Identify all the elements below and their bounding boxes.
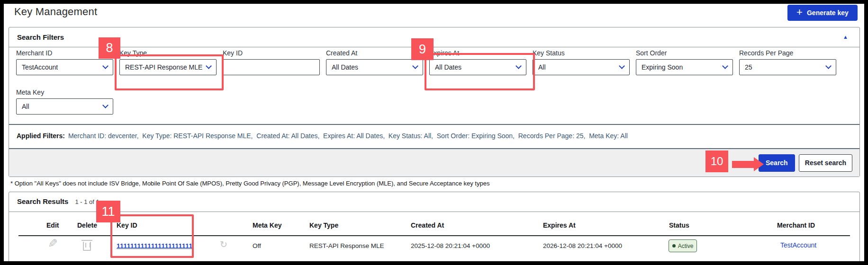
cell-meta-key: Off — [253, 242, 261, 249]
annotation-badge-10: 10 — [705, 150, 728, 172]
records-per-page-select[interactable]: 25 — [739, 59, 836, 75]
generate-key-label: Generate key — [807, 9, 849, 17]
key-status-value: All — [538, 63, 546, 71]
filter-sort-order: Sort Order Expiring Soon — [636, 49, 733, 75]
col-header-merchant-id: Merchant ID — [777, 221, 815, 229]
search-filters-header: Search Filters ▲ — [9, 27, 859, 47]
meta-key-select[interactable]: All — [16, 98, 113, 115]
col-header-expires-at: Expires At — [543, 221, 576, 229]
applied-filters-text: Merchant ID: devcenter, Key Type: REST-A… — [68, 132, 628, 140]
chevron-down-icon — [412, 63, 418, 69]
chevron-down-icon — [825, 63, 832, 69]
reset-search-button[interactable]: Reset search — [799, 154, 852, 172]
key-type-select[interactable]: REST-API Response MLE — [119, 59, 217, 75]
filter-key-status: Key Status All — [533, 49, 630, 75]
annotation-badge-8: 8 — [99, 37, 120, 59]
cell-key-type: REST-API Response MLE — [309, 242, 384, 249]
all-keys-footnote: * Option "All Keys" does not include ISV… — [10, 180, 489, 187]
merchant-id-link[interactable]: TestAccount — [780, 241, 816, 249]
delete-trash-icon[interactable] — [83, 242, 91, 251]
search-results-title: Search Results — [17, 197, 68, 205]
page-title: Key Management — [14, 6, 97, 18]
generate-key-button[interactable]: + Generate key — [787, 5, 858, 21]
key-status-label: Key Status — [533, 49, 630, 57]
status-text: Active — [678, 243, 694, 249]
merchant-id-select[interactable]: TestAccount — [16, 59, 113, 75]
chevron-down-icon — [722, 63, 728, 69]
table-header-rule — [18, 235, 850, 236]
cell-expires-at: 2026-12-08 20:21:04 +0000 — [543, 242, 622, 249]
col-header-status: Status — [669, 221, 689, 229]
key-status-select[interactable]: All — [533, 59, 630, 75]
col-header-created-at: Created At — [411, 221, 444, 229]
status-badge: Active — [669, 239, 697, 252]
filter-created-at: Created At All Dates — [326, 49, 423, 75]
annotation-badge-11: 11 — [96, 201, 120, 222]
meta-key-label: Meta Key — [16, 88, 113, 97]
expires-at-value: All Dates — [435, 63, 461, 71]
expires-at-select[interactable]: All Dates — [429, 59, 526, 75]
chevron-down-icon — [515, 63, 522, 69]
records-per-page-value: 25 — [745, 63, 752, 71]
key-id-link[interactable]: 1111111111111111111111 — [117, 242, 193, 249]
search-results-header: Search Results 1 - 1 of 1 s — [9, 192, 859, 212]
search-results-panel: Search Results 1 - 1 of 1 s Edit Delete … — [9, 192, 860, 261]
collapse-triangle-icon[interactable]: ▲ — [843, 35, 848, 40]
chevron-down-icon — [102, 63, 108, 69]
search-filters-panel: Search Filters ▲ Merchant ID TestAccount… — [9, 27, 860, 177]
screenshot-frame: Key Management + Generate key Search Fil… — [0, 0, 868, 265]
sort-order-label: Sort Order — [636, 49, 733, 57]
status-dot-icon — [672, 244, 676, 247]
filter-meta-key: Meta Key All — [16, 88, 113, 115]
created-at-select[interactable]: All Dates — [326, 59, 423, 75]
chevron-down-icon — [619, 63, 625, 69]
col-header-edit: Edit — [46, 221, 59, 229]
chevron-down-icon — [206, 63, 212, 69]
col-header-key-id: Key ID — [117, 221, 137, 229]
sort-order-select[interactable]: Expiring Soon — [636, 59, 733, 75]
meta-key-value: All — [22, 103, 29, 110]
filter-key-id: Key ID — [223, 49, 320, 75]
key-id-label: Key ID — [223, 49, 320, 57]
key-type-value: REST-API Response MLE — [125, 63, 202, 71]
sort-order-value: Expiring Soon — [642, 63, 683, 71]
records-per-page-label: Records Per Page — [739, 49, 836, 57]
key-type-label: Key Type — [119, 49, 217, 57]
plus-icon: + — [796, 7, 803, 18]
edit-pencil-icon[interactable]: ✎ — [48, 238, 58, 249]
filter-key-type: Key Type REST-API Response MLE — [119, 49, 217, 75]
search-button[interactable]: Search — [759, 154, 795, 172]
applied-filters-label: Applied Filters: — [17, 132, 65, 140]
search-filters-title: Search Filters — [17, 33, 64, 41]
chevron-down-icon — [102, 102, 108, 108]
annotation-arrow-right-icon — [732, 157, 764, 171]
key-management-page: Key Management + Generate key Search Fil… — [4, 4, 864, 261]
filter-expires-at: Expires At All Dates — [429, 49, 526, 75]
col-header-delete: Delete — [77, 221, 97, 229]
col-header-meta-key: Meta Key — [253, 221, 281, 229]
filter-records-per-page: Records Per Page 25 — [739, 49, 836, 75]
rotate-key-icon[interactable]: ↻ — [220, 240, 227, 249]
cell-created-at: 2025-12-08 20:21:04 +0000 — [411, 242, 490, 249]
created-at-value: All Dates — [332, 63, 358, 71]
created-at-label: Created At — [326, 49, 423, 57]
key-id-input[interactable] — [223, 59, 320, 75]
merchant-id-value: TestAccount — [22, 63, 58, 71]
filters-divider — [9, 124, 859, 125]
expires-at-label: Expires At — [429, 49, 526, 57]
col-header-key-type: Key Type — [309, 221, 338, 229]
annotation-badge-9: 9 — [411, 38, 434, 60]
applied-filters: Applied Filters:Merchant ID: devcenter, … — [17, 132, 628, 140]
